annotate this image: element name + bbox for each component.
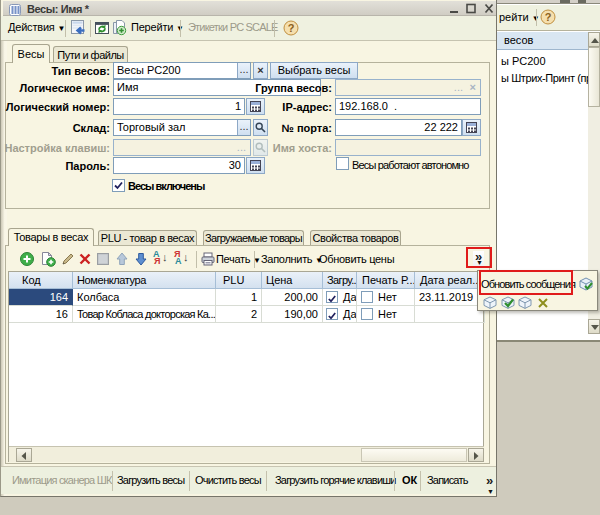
svg-text:?: ? [545,11,552,23]
svg-text:?: ? [288,22,295,34]
